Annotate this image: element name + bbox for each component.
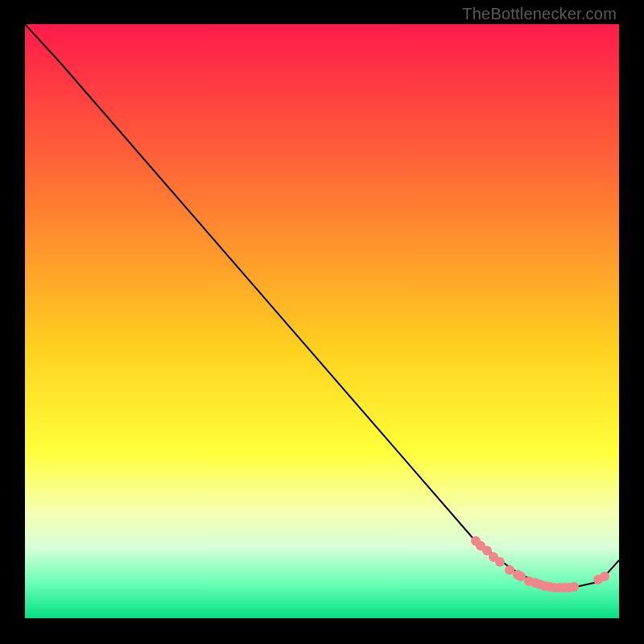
plot-area bbox=[25, 24, 619, 618]
data-marker bbox=[505, 565, 514, 575]
attribution-label: TheBottlenecker.com bbox=[462, 5, 617, 23]
data-marker bbox=[516, 572, 526, 581]
series-curve bbox=[25, 24, 619, 588]
data-marker bbox=[569, 582, 579, 592]
figure-frame: TheBottlenecker.com bbox=[0, 0, 644, 644]
data-marker bbox=[600, 572, 609, 581]
data-marker bbox=[495, 557, 505, 567]
chart-overlay bbox=[25, 24, 619, 618]
